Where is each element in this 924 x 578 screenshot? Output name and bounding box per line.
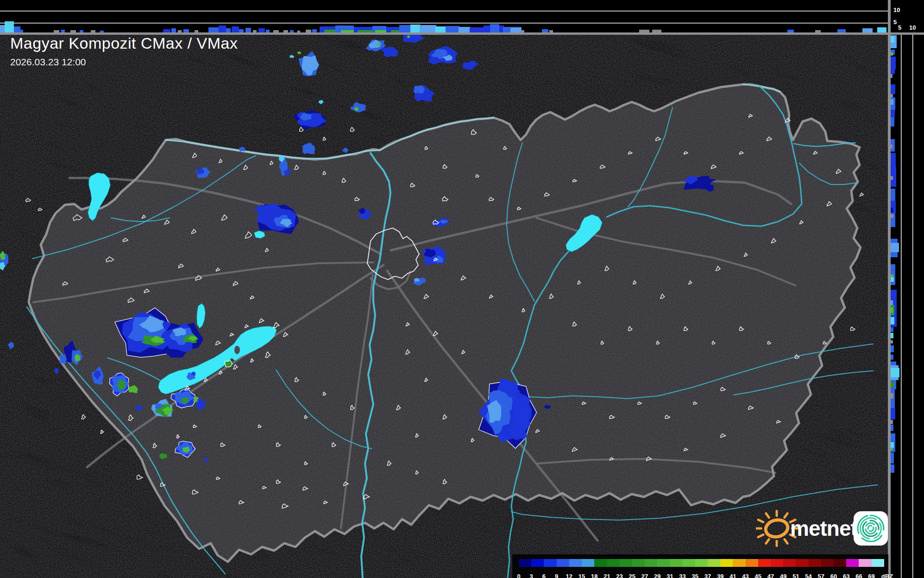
colorbar-tick-label: 63: [843, 573, 849, 578]
colorbar-cell: [821, 559, 834, 567]
radar-app: 105510 Magyar Kompozit CMax / VMax 2026.…: [0, 0, 924, 578]
colorbar-cell: [582, 559, 595, 567]
colorbar-cell: [859, 559, 872, 567]
colorbar-tick-label: 45: [755, 573, 761, 578]
colorbar-cell: [796, 559, 809, 567]
colorbar-cell: [607, 559, 620, 567]
top-height-profile: [0, 0, 889, 32]
colorbar-cell: [771, 559, 784, 567]
colorbar-tick-label: 60: [830, 573, 837, 578]
colorbar-tick-label: 23: [616, 573, 622, 578]
app-spiral-icon: [854, 511, 888, 546]
colorbar-cell: [809, 559, 822, 567]
timestamp: 2026.03.23 12:00: [10, 57, 238, 68]
right-axis-km-label: 5: [898, 24, 901, 31]
colorbar-tick-label: 49: [780, 573, 786, 578]
colorbar-tick-label: 47: [767, 573, 774, 578]
colorbar-cell: [846, 559, 859, 567]
map-frame-vertical: [888, 0, 891, 578]
brand-text: metnet: [790, 516, 857, 540]
colorbar-tick-label: 0: [517, 573, 520, 578]
radar-map: [0, 0, 924, 578]
colorbar-tick-label: 29: [654, 573, 660, 578]
colorbar-tick-label: 43: [742, 573, 748, 578]
colorbar-tick-label: 9: [555, 573, 558, 578]
colorbar-tick-label: 6: [542, 573, 546, 578]
colorbar-tick-label: 18: [591, 573, 597, 578]
colorbar-cell: [531, 559, 544, 567]
page-title: Magyar Kompozit CMax / VMax: [10, 34, 238, 52]
colorbar-tick-label: 69: [868, 573, 874, 578]
colorbar-cell: [783, 559, 796, 567]
colorbar-cell: [708, 559, 721, 567]
colorbar-cell: [720, 559, 733, 567]
colorbar-cell: [695, 559, 708, 567]
colorbar-cell: [733, 559, 746, 567]
colorbar-tick-label: 3: [530, 573, 533, 578]
colorbar-tick-label: 12: [566, 573, 572, 578]
colorbar-tick-label: 39: [717, 573, 723, 578]
colorbar-tick-label: 15: [578, 573, 585, 578]
colorbar-tick-label: 31: [666, 573, 673, 578]
colorbar-cell: [834, 559, 847, 567]
colorbar-tick-label: 21: [603, 573, 610, 578]
right-axis-km-label: 10: [909, 24, 916, 31]
colorbar-tick-label: 33: [679, 573, 685, 578]
colorbar-cell: [594, 559, 607, 567]
title-block: Magyar Kompozit CMax / VMax 2026.03.23 1…: [10, 34, 238, 68]
colorbar-cell: [519, 559, 532, 567]
top-axis-km-label: 10: [893, 6, 900, 13]
dbz-colorbar: 0369121518212325272931333537394143454749…: [512, 554, 888, 578]
colorbar-cell: [758, 559, 771, 567]
colorbar-tick-label: 66: [855, 573, 862, 578]
colorbar-cell: [657, 559, 670, 567]
colorbar-cell: [569, 559, 582, 567]
colorbar-cell: [670, 559, 683, 567]
colorbar-tick-label: 27: [641, 573, 648, 578]
colorbar-tick-label: 35: [692, 573, 698, 578]
colorbar-tick-label: 51: [792, 573, 799, 578]
colorbar-tick-label: 37: [704, 573, 711, 578]
colorbar-cell: [645, 559, 658, 567]
colorbar-cell: [544, 559, 557, 567]
colorbar-cell: [872, 559, 885, 567]
colorbar-cell: [632, 559, 645, 567]
colorbar-tick-label: 54: [805, 573, 811, 578]
top-axis-km-label: 5: [893, 19, 897, 25]
colorbar-cell: [683, 559, 696, 567]
colorbar-cell: [557, 559, 570, 567]
colorbar-cell: [620, 559, 633, 567]
colorbar-tick-label: 41: [729, 573, 736, 578]
right-height-profile: [891, 35, 924, 578]
colorbar-tick-label: 25: [629, 573, 635, 578]
colorbar-tick-label: 57: [818, 573, 824, 578]
metnet-logo: metnet: [756, 506, 890, 551]
colorbar-unit-label: dBZ: [881, 573, 893, 578]
colorbar-cell: [746, 559, 759, 567]
profile-axis-corner: 105510: [891, 0, 924, 32]
